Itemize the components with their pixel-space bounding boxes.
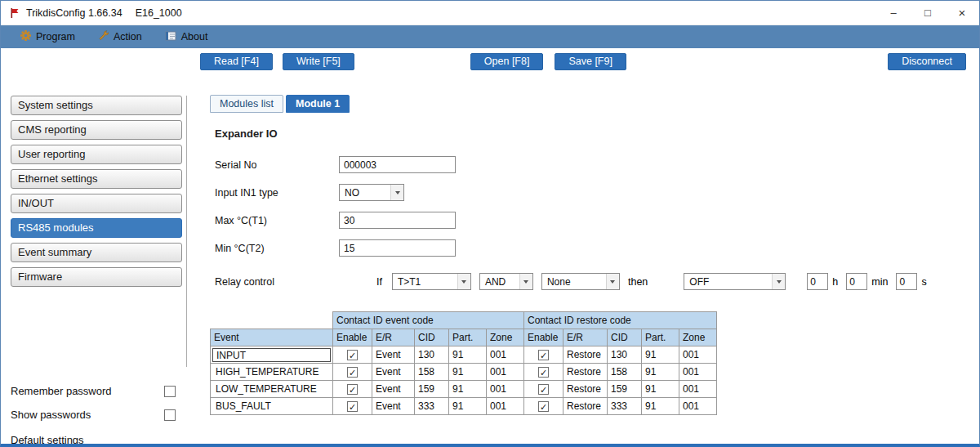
write-button[interactable]: Write [F5] [283,53,354,70]
restore-cid-cell[interactable]: 159 [608,381,642,398]
relay-operator-select[interactable]: AND [479,273,533,290]
relay-operator-value: AND [480,276,519,288]
save-button[interactable]: Save [F9] [555,53,626,70]
sidebar-item-firmware[interactable]: Firmware [11,267,182,287]
event-zone-cell[interactable]: 001 [487,364,524,381]
sidebar-item-event-summary[interactable]: Event summary [11,243,182,262]
show-passwords-checkbox[interactable] [164,409,176,421]
restore-part-cell[interactable]: 91 [642,381,679,398]
open-button[interactable]: Open [F8] [470,53,544,70]
close-button[interactable]: × [945,1,979,25]
event-part-cell[interactable]: 91 [449,346,487,364]
input-in1-type-label: Input IN1 type [215,187,339,199]
show-passwords-row[interactable]: Show passwords [11,409,176,421]
serial-no-label: Serial No [215,159,339,171]
relay-action-select[interactable]: OFF [684,273,786,290]
event-cid-cell[interactable]: 159 [415,381,449,398]
maximize-button[interactable]: □ [911,1,945,25]
event-cid-cell[interactable]: 130 [415,346,449,364]
restore-cid-cell[interactable]: 130 [608,346,642,364]
sidebar-item-rs485-modules[interactable]: RS485 modules [11,218,182,238]
event-zone-cell[interactable]: 001 [487,346,524,364]
event-zone-cell[interactable]: 001 [487,398,524,415]
relay-seconds-input[interactable] [896,273,917,290]
restore-enable-checkbox[interactable]: ✓ [538,367,549,378]
menu-about[interactable]: About [157,25,223,48]
event-cid-cell[interactable]: 158 [415,364,449,381]
event-part-cell[interactable]: 91 [449,398,487,415]
col-header-event: Event [211,329,333,346]
sidebar-item-cms-reporting[interactable]: CMS reporting [11,120,182,140]
window-body: System settingsCMS reportingUser reporti… [1,74,979,444]
disconnect-button[interactable]: Disconnect [888,53,966,70]
read-button[interactable]: Read [F4] [200,53,273,70]
tab-bar: Modules list Module 1 [189,95,979,113]
event-enable-checkbox[interactable]: ✓ [347,350,358,360]
sidebar-item-ethernet-settings[interactable]: Ethernet settings [11,169,182,189]
restore-enable-checkbox[interactable]: ✓ [538,350,549,360]
serial-no-input[interactable] [339,156,456,173]
restore-part-cell[interactable]: 91 [642,346,679,364]
event-er-cell[interactable]: Event [372,364,415,381]
event-name-cell[interactable]: BUS_FAULT [211,398,333,415]
restore-zone-cell[interactable]: 001 [679,398,717,415]
col-header-cid: CID [608,329,642,346]
event-er-cell[interactable]: Event [372,381,415,398]
restore-enable-cell: ✓ [524,346,564,364]
restore-enable-checkbox[interactable]: ✓ [538,401,549,412]
event-part-cell[interactable]: 91 [449,364,487,381]
menu-action[interactable]: Action [90,25,157,48]
restore-zone-cell[interactable]: 001 [679,381,717,398]
max-temp-input[interactable] [339,212,456,229]
restore-zone-cell[interactable]: 001 [679,346,717,364]
sidebar-item-in-out[interactable]: IN/OUT [11,194,182,213]
menu-program[interactable]: Program [12,25,90,48]
restore-enable-checkbox[interactable]: ✓ [538,384,549,395]
event-enable-checkbox[interactable]: ✓ [347,367,358,378]
event-er-cell[interactable]: Event [372,346,415,364]
relay-condition1-select[interactable]: T>T1 [392,273,471,290]
event-enable-checkbox[interactable]: ✓ [347,401,358,412]
tab-module-1[interactable]: Module 1 [286,95,350,113]
sidebar-nav: System settingsCMS reportingUser reporti… [11,96,187,367]
min-temp-row: Min °C(T2) [215,239,979,257]
restore-er-cell[interactable]: Restore [564,398,608,415]
min-temp-input[interactable] [339,239,456,257]
max-temp-row: Max °C(T1) [215,212,979,229]
event-table-body: INPUT✓Event13091001✓Restore13091001HIGH_… [211,346,717,415]
relay-minutes-unit: min [871,276,888,288]
relay-condition2-select[interactable]: None [541,273,620,290]
relay-minutes-input[interactable] [846,273,867,290]
event-name-cell[interactable]: INPUT [211,346,333,364]
event-name-cell[interactable]: HIGH_TEMPERATURE [211,364,333,381]
sidebar-item-user-reporting[interactable]: User reporting [11,145,182,164]
restore-er-cell[interactable]: Restore [564,346,608,364]
event-enable-checkbox[interactable]: ✓ [347,384,358,395]
restore-part-cell[interactable]: 91 [642,364,679,381]
event-zone-cell[interactable]: 001 [487,381,524,398]
table-header-row: Event Enable E/R CID Part. Zone Enable E… [211,329,717,346]
restore-zone-cell[interactable]: 001 [679,364,717,381]
minimize-button[interactable]: – [876,1,911,25]
sidebar-item-system-settings[interactable]: System settings [11,96,182,115]
restore-er-cell[interactable]: Restore [564,364,608,381]
chevron-down-icon [457,274,470,289]
min-temp-label: Min °C(T2) [215,243,339,254]
relay-if-label: If [376,276,382,288]
remember-password-row[interactable]: Remember password [11,385,176,397]
remember-password-checkbox[interactable] [164,386,176,397]
event-cid-cell[interactable]: 333 [415,398,449,415]
restore-enable-cell: ✓ [524,381,564,398]
restore-er-cell[interactable]: Restore [564,381,608,398]
event-er-cell[interactable]: Event [372,398,415,415]
tab-modules-list[interactable]: Modules list [210,95,283,113]
input-in1-type-select[interactable]: NO [339,184,404,201]
restore-cid-cell[interactable]: 158 [608,364,642,381]
relay-hours-input[interactable] [807,273,828,290]
menu-bar: Program Action About [1,25,979,48]
event-name-cell[interactable]: LOW_TEMPERATURE [211,381,333,398]
default-settings-link[interactable]: Default settings [11,434,189,446]
restore-part-cell[interactable]: 91 [642,398,679,415]
restore-cid-cell[interactable]: 333 [608,398,642,415]
event-part-cell[interactable]: 91 [449,381,487,398]
